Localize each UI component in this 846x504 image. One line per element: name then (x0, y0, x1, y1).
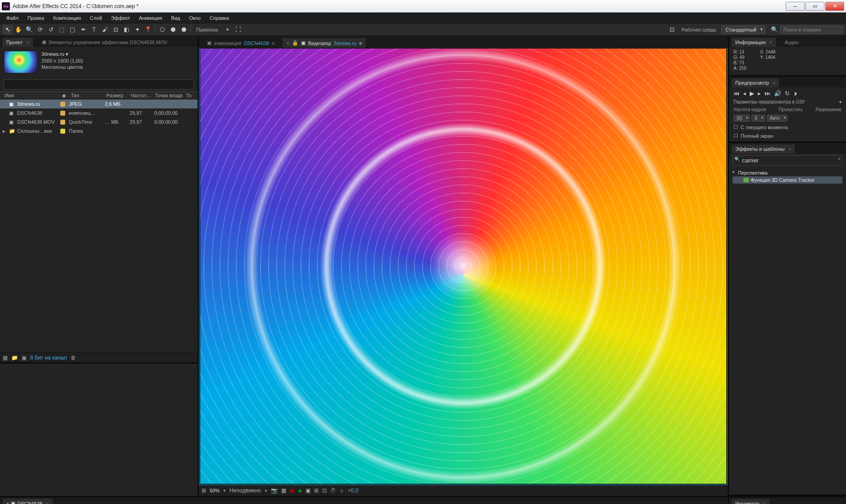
effect-item[interactable]: Функция 3D Camera Tracker (733, 176, 842, 184)
tab-menu-icon[interactable]: ≡ (359, 40, 362, 46)
mask-toggle-icon[interactable]: ◉ (290, 487, 294, 494)
grid-icon[interactable]: ⊞ (314, 487, 319, 494)
region-icon[interactable]: ◈ (298, 487, 302, 494)
interpret-footage-icon[interactable]: ▦ (3, 355, 8, 361)
menu-help[interactable]: Справка (205, 13, 234, 23)
panel-menu-icon[interactable]: ≡ (788, 146, 791, 152)
lock-icon[interactable]: 🔒 (292, 40, 298, 46)
tab-tracker[interactable]: Инспектор≡ (732, 499, 770, 504)
behind-tool[interactable]: ⬚ (57, 25, 67, 35)
close-button[interactable]: ✕ (825, 2, 844, 11)
project-item[interactable]: ▣DSCN4638.MOVQuickTime… МБ29,970;00;00;0… (0, 117, 198, 126)
exposure-icon[interactable]: ☼ (339, 487, 344, 494)
panel-menu-icon[interactable]: ≡ (773, 80, 775, 86)
hand-tool[interactable]: ✋ (14, 25, 23, 35)
panel-menu-icon[interactable]: ≡ (769, 40, 772, 45)
type-tool[interactable]: T (89, 25, 99, 35)
workspace-dropdown[interactable]: Стандартный (721, 26, 765, 34)
viewer-area[interactable] (199, 48, 728, 485)
bpc-toggle[interactable]: 8 бит на канал (30, 355, 67, 361)
menu-window[interactable]: Окно (184, 13, 205, 23)
tab-effect-controls[interactable]: ▣Элементы управления эффектами DSCN4638.… (38, 37, 171, 47)
panel-menu-icon[interactable]: ≡ (763, 501, 766, 504)
preview-last-icon[interactable]: ⏭ (765, 90, 770, 97)
eraser-tool[interactable]: ◧ (122, 25, 131, 35)
magnification-icon[interactable]: ⊞ (202, 487, 206, 494)
help-search-input[interactable]: Поиск в справке (780, 26, 843, 34)
exposure-value[interactable]: +0,0 (348, 487, 359, 494)
viewer-tab-comp[interactable]: ▣ композиция DSCN4638 ≡ (203, 38, 278, 48)
pen-tool[interactable]: ✒ (78, 25, 88, 35)
tab-close-icon[interactable]: × (6, 501, 9, 504)
axis-local-icon[interactable]: ⬡ (157, 25, 167, 35)
brush-tool[interactable]: 🖌 (100, 25, 110, 35)
tab-audio[interactable]: Аудио (781, 38, 802, 47)
preview-first-icon[interactable]: ⏮ (734, 90, 739, 97)
snap-expand-icon[interactable]: ⛶ (233, 25, 243, 35)
panel-menu-icon[interactable]: ≡ (46, 501, 49, 504)
roto-tool[interactable]: ✦ (132, 25, 142, 35)
effects-search-input[interactable] (733, 155, 842, 166)
preview-next-icon[interactable]: ▸ (758, 90, 761, 97)
menu-edit[interactable]: Правка (23, 13, 49, 23)
timecode-icon[interactable]: ⏱ (330, 487, 336, 494)
resolution-dropdown[interactable]: Неподвижно (230, 487, 261, 494)
tab-timeline[interactable]: × ▣ DSCN4638≡ (3, 499, 53, 504)
viewer-tab-footage[interactable]: × 🔒 ▣ Видеоряд 3dnews.ru ≡ (283, 38, 365, 48)
col-type[interactable]: Тип (69, 93, 105, 98)
puppet-tool[interactable]: 📍 (143, 25, 153, 35)
col-out[interactable]: То (184, 93, 198, 98)
checkbox-icon[interactable]: ☐ (734, 124, 738, 130)
preview-prev-icon[interactable]: ◂ (743, 90, 746, 97)
new-comp-icon[interactable]: ▣ (22, 355, 27, 361)
tab-info[interactable]: Информация≡ (732, 38, 776, 47)
search-icon[interactable]: 🔍 (770, 25, 779, 35)
new-folder-icon[interactable]: 📁 (11, 355, 18, 361)
mask-tool[interactable]: ▢ (68, 25, 77, 35)
zoom-tool[interactable]: 🔍 (24, 25, 34, 35)
project-item[interactable]: ▣3dnews.ruJPEG2,6 МБ (0, 99, 198, 108)
selection-tool[interactable]: ↖ (3, 25, 13, 35)
axis-world-icon[interactable]: ⬢ (168, 25, 178, 35)
maximize-button[interactable]: ▭ (806, 2, 824, 11)
effects-category[interactable]: Перспектива (733, 169, 842, 176)
menu-effect[interactable]: Эффект (107, 13, 135, 23)
preview-audio-icon[interactable]: 🔊 (774, 90, 781, 97)
menu-animation[interactable]: Анимация (135, 13, 167, 23)
project-item[interactable]: ▸📁Сплошны…вкиПапка (0, 126, 198, 135)
clear-search-icon[interactable]: × (838, 156, 841, 162)
rotate-tool[interactable]: ↺ (46, 25, 56, 35)
col-size[interactable]: Размер (104, 93, 129, 98)
delete-icon[interactable]: 🗑 (71, 355, 76, 361)
snap-toggle[interactable]: ⌖ (222, 25, 232, 35)
preview-fps-select[interactable]: (0) (734, 115, 750, 122)
preview-play-icon[interactable]: ▶ (750, 90, 754, 97)
tab-menu-icon[interactable]: ≡ (272, 40, 274, 46)
transparency-grid-icon[interactable]: ▦ (281, 487, 286, 494)
tab-preview[interactable]: Предпросмотр≡ (732, 78, 779, 87)
col-name[interactable]: Имя (3, 93, 60, 98)
checkbox-icon[interactable]: ☐ (734, 133, 738, 139)
preview-res-select[interactable]: Авто (767, 115, 788, 122)
asset-name[interactable]: 3dnews.ru ▾ (41, 51, 83, 57)
orbit-tool[interactable]: ⟳ (35, 25, 45, 35)
menu-view[interactable]: Вид (166, 13, 184, 23)
menu-layer[interactable]: Слой (86, 13, 107, 23)
clone-tool[interactable]: ⊡ (111, 25, 121, 35)
preview-skip-select[interactable]: 0 (752, 115, 765, 122)
axis-view-icon[interactable]: ⬣ (179, 25, 189, 35)
menu-composition[interactable]: Композиция (49, 13, 86, 23)
minimize-button[interactable]: ─ (786, 2, 805, 11)
col-rate[interactable]: Частот… (129, 93, 153, 98)
project-item[interactable]: ▣DSCN4638композиц…29,970;00;00;00 (0, 108, 198, 117)
sync-settings-icon[interactable]: ⊡ (667, 25, 677, 35)
col-swatch-icon[interactable]: ◆ (60, 93, 69, 99)
col-in[interactable]: Точка входа (153, 93, 184, 98)
guides-icon[interactable]: ⊡ (322, 487, 327, 494)
ram-preview-label[interactable]: Параметры предпросмотра в ОЗУ (734, 99, 805, 104)
tab-effects[interactable]: Эффекты и шаблоны≡ (732, 144, 795, 153)
camera-icon[interactable]: 📷 (271, 487, 278, 494)
zoom-dropdown[interactable]: 50% (210, 488, 220, 493)
preview-ram-icon[interactable]: ⏵ (793, 90, 799, 97)
project-search-input[interactable] (4, 79, 194, 90)
